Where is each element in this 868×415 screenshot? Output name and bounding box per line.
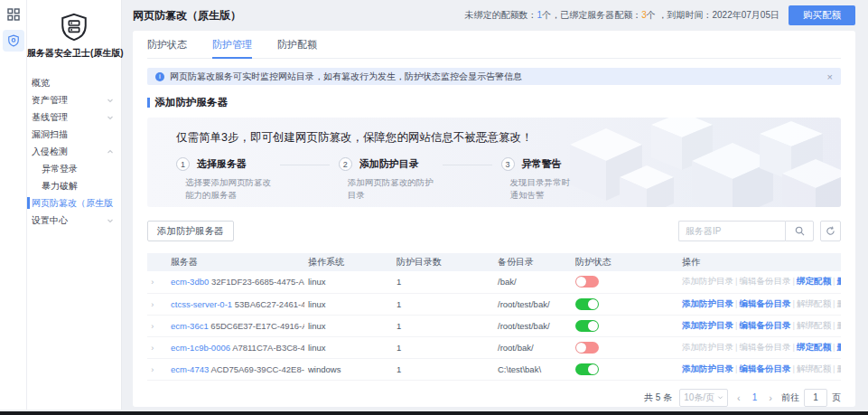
step-1-number: 1 (176, 157, 190, 171)
add-protection-server-button[interactable]: 添加防护服务器 (147, 221, 234, 241)
sidebar-item-brute-force[interactable]: 暴力破解 (27, 177, 121, 194)
banner-text: 网页防篡改服务可实时监控网站目录，如有篡改行为发生，防护状态监控会显示告警信息 (170, 71, 822, 83)
add-dir-link: 添加防护目录 (682, 276, 733, 286)
total-count: 共 5 条 (644, 391, 672, 404)
sidebar-item-abnormal-login[interactable]: 异常登录 (27, 160, 121, 177)
sidebar-item-settings[interactable]: 设置中心 (27, 212, 121, 229)
sidebar-item-vuln-scan[interactable]: 漏洞扫描 (27, 126, 121, 143)
table-row: › ecm-4743 ACD75A69-39CC-42E8-8432-EF9..… (147, 358, 841, 380)
chevron-down-icon (107, 217, 114, 224)
server-name-link[interactable]: ecm-36c1 (171, 321, 209, 331)
protection-toggle[interactable] (575, 342, 599, 354)
sidebar-item-assets[interactable]: 资产管理 (27, 91, 121, 108)
main-area: 网页防篡改（原生版） 未绑定的配额数：1个，已绑定服务器配额：3个 ，到期时间：… (123, 0, 868, 410)
protection-toggle[interactable] (575, 276, 599, 288)
sidebar-item-web-antitamper[interactable]: 网页防篡改（原生版） (27, 194, 121, 212)
pagination: 共 5 条 10条/页 ‹ 1 › 前往 页 (147, 389, 841, 407)
chevron-down-icon (107, 97, 114, 104)
col-actions: 操作 (678, 253, 841, 271)
table-row: › ecm-1c9b-0006 A7811C7A-B3C8-4B80-A5A..… (147, 336, 841, 358)
delete-server-link[interactable]: 删除服务器 (836, 342, 841, 352)
step-3-desc: 发现目录异常时通知告警 (510, 176, 571, 202)
delete-server-link: 删除服务器 (836, 320, 841, 330)
bind-quota-link[interactable]: 绑定配额 (797, 342, 831, 352)
security-shield-icon[interactable] (3, 30, 24, 52)
goto-page-input[interactable] (804, 389, 827, 407)
unbind-quota-link: 解绑配额 (797, 298, 831, 308)
unbind-quota-link: 解绑配额 (797, 320, 831, 330)
toggle-knob (588, 364, 598, 374)
chevron-down-icon (107, 114, 114, 121)
protection-toggle[interactable] (575, 363, 599, 375)
edit-backup-link[interactable]: 编辑备份目录 (739, 363, 790, 373)
onboarding-hero: 仅需简单3步，即可创建网页防篡改，保障您的网站信息不被恶意篡改！ 1选择服务器 … (147, 118, 841, 207)
edit-backup-link[interactable]: 编辑备份目录 (739, 298, 790, 308)
table-row: › ctcss-server-0-1 53BA6C27-2461-4D6D-9B… (147, 293, 841, 315)
window-bottom-edge (0, 411, 868, 415)
protection-toggle[interactable] (575, 298, 599, 310)
row-actions: 添加防护目录|编辑备份目录|解绑配额|删除服务器 (678, 293, 841, 315)
toggle-knob (588, 321, 598, 331)
table-row: › ecm-3db0 32F1DF23-6685-4475-AC35-6371.… (147, 271, 841, 293)
delete-server-link[interactable]: 删除服务器 (836, 276, 841, 286)
page-size-select[interactable]: 10条/页 (679, 389, 728, 407)
tab-protection-status[interactable]: 防护状态 (147, 31, 187, 59)
col-backup-dir: 备份目录 (494, 253, 572, 271)
unbind-quota-link: 解绑配额 (797, 363, 831, 373)
col-status: 防护状态 (572, 253, 678, 271)
expand-row-icon[interactable]: › (151, 343, 154, 352)
toggle-knob (576, 343, 586, 353)
content-card: 防护状态 防护管理 防护配额 i 网页防篡改服务可实时监控网站目录，如有篡改行为… (133, 31, 855, 407)
header-right: 未绑定的配额数：1个，已绑定服务器配额：3个 ，到期时间：2022年07月05日… (465, 5, 855, 25)
sidebar-nav: 概览 资产管理 基线管理 漏洞扫描 入侵检测 异常登录 暴力破解 网页防篡改（原… (27, 74, 121, 229)
server-name-link[interactable]: ctcss-server-0-1 (171, 299, 232, 309)
current-page[interactable]: 1 (750, 392, 761, 402)
step-connector (443, 165, 492, 165)
col-dir-count: 防护目录数 (393, 253, 494, 271)
server-name-link[interactable]: ecm-1c9b-0006 (171, 343, 230, 353)
expand-row-icon[interactable]: › (151, 278, 154, 287)
page-title: 网页防篡改（原生版） (133, 8, 241, 24)
bind-quota-link[interactable]: 绑定配额 (797, 276, 831, 286)
tab-protection-management[interactable]: 防护管理 (212, 31, 252, 59)
sidebar-item-baseline[interactable]: 基线管理 (27, 108, 121, 126)
chevron-down-icon (717, 394, 723, 401)
refresh-button[interactable] (820, 221, 841, 241)
sidebar-item-intrusion[interactable]: 入侵检测 (27, 143, 121, 160)
server-name-link[interactable]: ecm-4743 (171, 364, 209, 374)
step-3-number: 3 (501, 157, 515, 171)
chevron-up-icon (107, 148, 114, 156)
section-title-bar (147, 98, 150, 108)
next-page-button[interactable]: › (767, 392, 774, 403)
icon-rail (0, 0, 27, 410)
buy-quota-button[interactable]: 购买配额 (789, 5, 855, 25)
edit-backup-link[interactable]: 编辑备份目录 (739, 320, 790, 330)
close-icon[interactable]: × (827, 71, 833, 82)
server-name-link[interactable]: ecm-3db0 (171, 277, 209, 287)
add-dir-link[interactable]: 添加防护目录 (682, 363, 733, 373)
col-server: 服务器 (167, 253, 304, 271)
search-input[interactable] (678, 221, 785, 241)
search-icon (795, 226, 805, 236)
refresh-icon (826, 226, 835, 236)
row-actions: 添加防护目录|编辑备份目录|绑定配额|删除服务器 (678, 336, 841, 358)
search-button[interactable] (785, 221, 814, 241)
prev-page-button[interactable]: ‹ (735, 392, 742, 403)
expand-row-icon[interactable]: › (151, 299, 154, 308)
sidebar-item-overview[interactable]: 概览 (27, 74, 121, 91)
servers-table: 服务器 操作系统 防护目录数 备份目录 防护状态 操作 › ecm-3db0 3… (147, 253, 841, 381)
expand-row-icon[interactable]: › (151, 364, 154, 373)
row-actions: 添加防护目录|编辑备份目录|解绑配额|删除服务器 (678, 358, 841, 380)
add-dir-link[interactable]: 添加防护目录 (682, 298, 733, 308)
table-row: › ecm-36c1 65DC6E37-E17C-4916-ACD5-7EB..… (147, 315, 841, 336)
delete-server-link: 删除服务器 (836, 363, 841, 373)
page-header: 网页防篡改（原生版） 未绑定的配额数：1个，已绑定服务器配额：3个 ，到期时间：… (133, 0, 855, 31)
delete-server-link: 删除服务器 (836, 298, 841, 308)
add-dir-link[interactable]: 添加防护目录 (682, 320, 733, 330)
step-2-number: 2 (339, 157, 352, 171)
apps-grid-icon[interactable] (5, 6, 22, 23)
tab-protection-quota[interactable]: 防护配额 (277, 31, 317, 59)
quota-summary: 未绑定的配额数：1个，已绑定服务器配额：3个 ，到期时间：2022年07月05日 (465, 9, 779, 22)
expand-row-icon[interactable]: › (151, 321, 154, 330)
protection-toggle[interactable] (575, 320, 599, 332)
